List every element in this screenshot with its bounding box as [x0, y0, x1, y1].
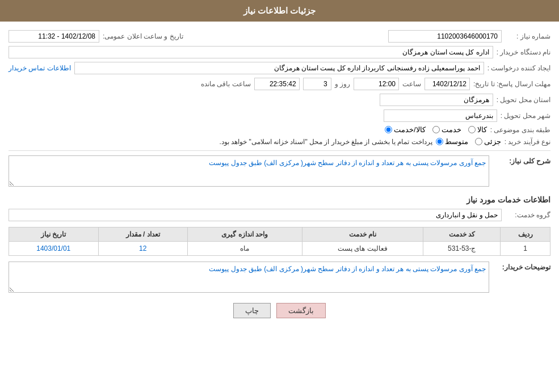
- col-quantity: تعداد / مقدار: [98, 227, 187, 242]
- col-date: تاریخ نیاز: [9, 227, 99, 242]
- category-khadamat-label: خدمت: [442, 125, 461, 134]
- buyer-desc-textarea[interactable]: [9, 262, 489, 293]
- need-number-input: [388, 30, 502, 43]
- city-input: [384, 109, 497, 122]
- col-service-code: کد خدمت: [423, 227, 501, 242]
- purchase-note: پرداخت تمام یا بخشی از مبلغ خریدار از مح…: [9, 138, 432, 146]
- purchase-motevasset-item[interactable]: متوسط: [436, 137, 468, 146]
- service-group-input: [9, 209, 502, 221]
- page-header: جزئیات اطلاعات نیاز: [0, 0, 559, 22]
- col-service-name: نام خدمت: [302, 227, 423, 242]
- creator-input: [74, 62, 484, 74]
- deadline-time-input: [354, 78, 399, 90]
- table-row: 1 ج-53-531 فعالیت های پست ماه 12 1403/01…: [9, 242, 550, 256]
- need-description-textarea[interactable]: [9, 155, 489, 187]
- need-description-label: شرح کلی نیاز:: [494, 155, 550, 165]
- service-group-label: گروه خدمت:: [505, 211, 550, 219]
- province-label: استان محل تحویل :: [497, 96, 550, 104]
- services-table: ردیف کد خدمت نام خدمت واحد اندازه گیری ت…: [9, 227, 550, 256]
- city-label: شهر محل تحویل :: [501, 112, 550, 120]
- category-kala-radio[interactable]: [468, 126, 476, 133]
- cell-rownum: 1: [501, 242, 550, 256]
- public-announcement-input: [9, 30, 99, 43]
- need-number-label: شماره نیاز :: [505, 32, 550, 40]
- services-section-title: اطلاعات خدمات مورد نیاز: [9, 195, 550, 204]
- col-rownum: ردیف: [501, 227, 550, 242]
- public-announcement-label: تاریخ و ساعت اعلان عمومی:: [103, 32, 183, 40]
- deadline-days-label: روز و: [335, 80, 350, 88]
- cell-service-name: فعالیت های پست: [302, 242, 423, 256]
- deadline-date-input: [424, 78, 470, 90]
- deadline-remaining-label: ساعت باقی مانده: [201, 80, 251, 88]
- province-input: [380, 94, 493, 106]
- purchase-jozii-item[interactable]: جزئی: [475, 137, 501, 146]
- purchase-type-label: نوع فرآیند خرید :: [505, 138, 550, 146]
- category-radio-group: کالا خدمت کالا/خدمت: [385, 125, 487, 134]
- cell-service-code: ج-53-531: [423, 242, 501, 256]
- org-name-input: [9, 46, 493, 58]
- back-button[interactable]: بازگشت: [276, 303, 326, 318]
- deadline-time-label: ساعت: [402, 80, 421, 88]
- print-button[interactable]: چاپ: [233, 303, 271, 318]
- divider1: [9, 150, 550, 151]
- category-kala-label: کالا: [477, 125, 487, 134]
- category-khadamat-radio[interactable]: [432, 126, 440, 133]
- category-khadamat-item[interactable]: خدمت: [432, 125, 461, 134]
- cell-quantity: 12: [98, 242, 187, 256]
- deadline-label: مهلت ارسال پاسخ: تا تاریخ:: [473, 80, 550, 88]
- purchase-jozii-label: جزئی: [484, 137, 501, 146]
- buyer-desc-label: توضیحات خریدار:: [494, 262, 550, 271]
- category-both-label: کالا/خدمت: [394, 125, 426, 134]
- cell-unit: ماه: [187, 242, 302, 256]
- creator-label: ایجاد کننده درخواست :: [487, 64, 550, 72]
- creator-contact-link[interactable]: اطلاعات تماس خریدار: [9, 64, 71, 72]
- purchase-type-radio-group: جزئی متوسط: [436, 137, 501, 146]
- org-name-label: نام دستگاه خریدار :: [497, 48, 550, 56]
- category-label: طبقه بندی موضوعی :: [490, 126, 550, 134]
- cell-date: 1403/01/01: [9, 242, 99, 256]
- deadline-days-input: [303, 78, 331, 90]
- deadline-remaining-input: [254, 78, 300, 90]
- header-title: جزئیات اطلاعات نیاز: [243, 6, 316, 15]
- purchase-jozii-radio[interactable]: [475, 138, 482, 145]
- purchase-motevasset-label: متوسط: [445, 137, 468, 146]
- purchase-motevasset-radio[interactable]: [436, 138, 443, 145]
- col-unit: واحد اندازه گیری: [187, 227, 302, 242]
- category-kala-item[interactable]: کالا: [468, 125, 487, 134]
- button-row: بازگشت چاپ: [9, 303, 550, 318]
- services-table-section: ردیف کد خدمت نام خدمت واحد اندازه گیری ت…: [9, 227, 550, 256]
- category-both-radio[interactable]: [385, 126, 392, 133]
- category-both-item[interactable]: کالا/خدمت: [385, 125, 426, 134]
